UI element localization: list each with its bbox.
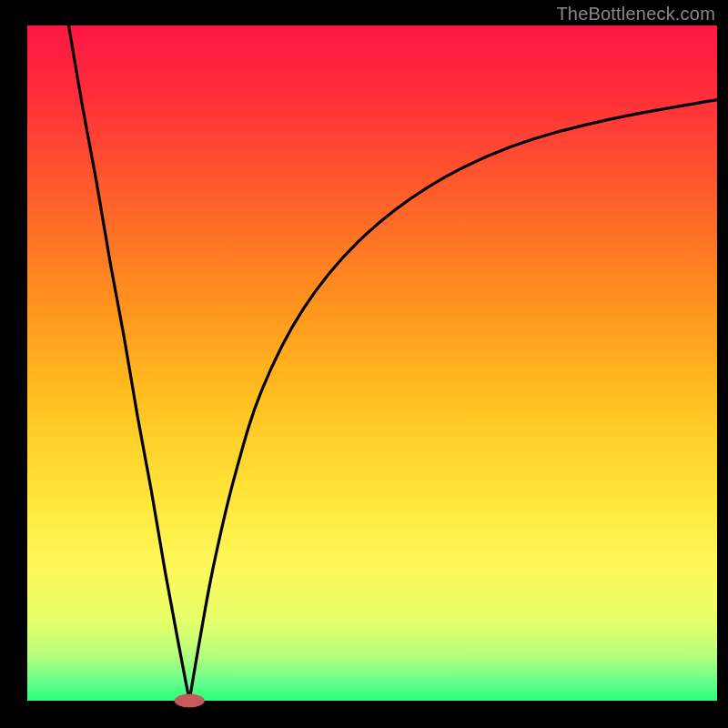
chart-frame: TheBottleneck.com: [0, 0, 728, 728]
plot-background: [27, 25, 717, 701]
minimum-marker: [174, 694, 204, 708]
watermark-text: TheBottleneck.com: [556, 4, 715, 25]
bottleneck-chart: [0, 0, 728, 728]
